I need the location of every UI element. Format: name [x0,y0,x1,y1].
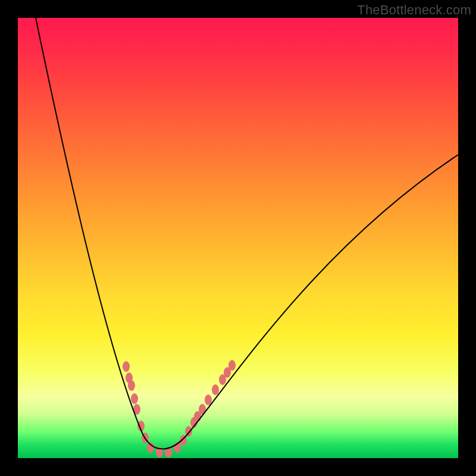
marker-dot [123,361,130,372]
bottleneck-chart-svg [18,18,458,458]
bottleneck-curve [36,18,458,449]
marker-dot [131,393,138,404]
watermark-text: TheBottleneck.com [357,2,471,18]
chart-area [18,18,458,458]
marker-dot [212,384,219,395]
marker-dot [228,360,236,371]
marker-dot [147,442,154,453]
marker-dot [128,380,135,391]
marker-dot [205,394,212,405]
